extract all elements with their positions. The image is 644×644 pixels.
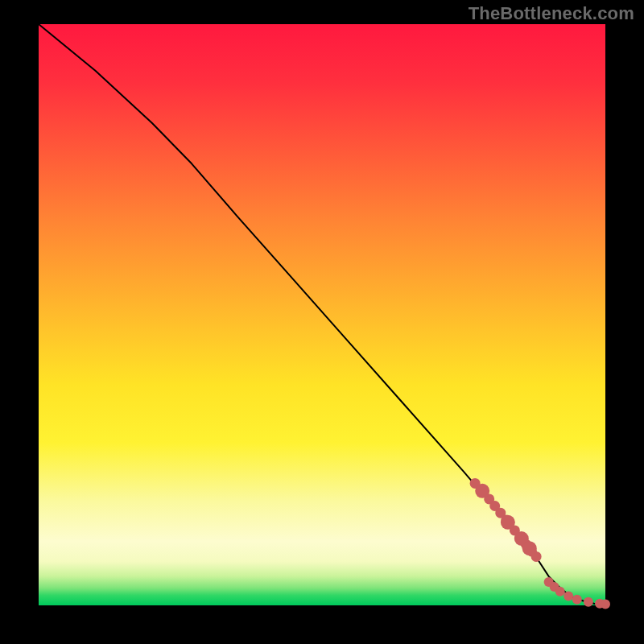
watermark-text: TheBottleneck.com (469, 3, 634, 24)
scatter-dot (522, 541, 537, 555)
plot-overlay (39, 24, 605, 605)
scatter-dots (470, 478, 610, 609)
scatter-dot (555, 587, 565, 597)
scatter-dot (572, 595, 582, 605)
scatter-dot (501, 515, 515, 530)
scatter-dot (564, 591, 573, 601)
scatter-dot (475, 484, 489, 498)
scatter-dot (584, 597, 593, 607)
chart-frame: TheBottleneck.com (0, 0, 644, 644)
scatter-dot (601, 600, 610, 609)
bottleneck-curve (39, 24, 605, 605)
